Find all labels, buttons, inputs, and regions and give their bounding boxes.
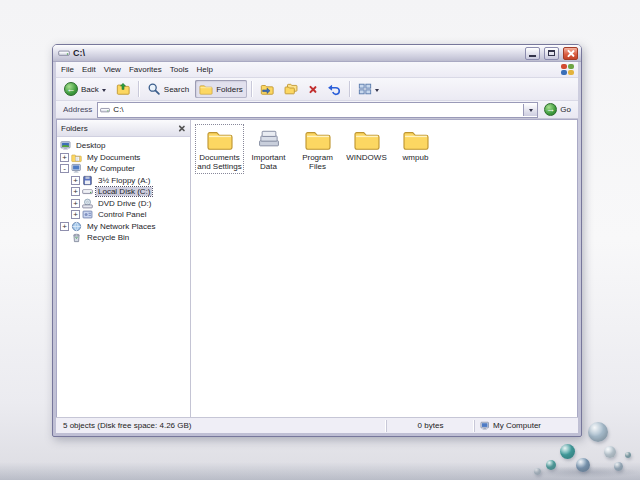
tree-item-my-computer[interactable]: - My Computer — [57, 163, 190, 175]
expand-icon[interactable]: + — [71, 187, 80, 196]
up-button[interactable] — [112, 80, 134, 98]
my-computer-icon — [480, 421, 490, 431]
go-button[interactable]: Go — [538, 103, 574, 116]
close-folders-icon[interactable] — [178, 124, 186, 132]
folders-panel-title: Folders — [61, 124, 177, 133]
views-button[interactable] — [354, 80, 383, 98]
explorer-window: C:\ File Edit View Favorites Tools Help … — [52, 44, 582, 437]
expand-icon[interactable]: + — [71, 176, 80, 185]
address-dropdown-button[interactable] — [523, 104, 537, 116]
address-combo — [97, 102, 538, 118]
back-icon — [64, 82, 78, 96]
main-area: Folders Desktop + My Documents - My Comp… — [56, 119, 578, 417]
views-dropdown-icon — [375, 89, 379, 94]
folders-label: Folders — [216, 85, 243, 94]
search-button[interactable]: Search — [143, 80, 193, 98]
close-button[interactable] — [563, 47, 578, 60]
file-label: WINDOWS — [345, 153, 387, 162]
tree-item-desktop[interactable]: Desktop — [57, 140, 190, 152]
file-item-important-data[interactable]: Important Data — [245, 125, 292, 173]
back-dropdown-icon[interactable] — [102, 89, 106, 94]
floppy-icon — [82, 175, 93, 186]
decor-bubble — [588, 422, 608, 442]
tree-item-dvd-drive-d[interactable]: + DVD Drive (D:) — [57, 198, 190, 210]
tree-item-my-network-places[interactable]: + My Network Places — [57, 221, 190, 233]
tree-item-control-panel[interactable]: + Control Panel — [57, 209, 190, 221]
title-bar[interactable]: C:\ — [53, 45, 581, 62]
delete-button[interactable] — [304, 80, 321, 98]
minimize-button[interactable] — [525, 47, 540, 60]
folder-icon — [304, 127, 332, 151]
data-stack-icon — [255, 127, 283, 151]
tree-item-label: My Computer — [85, 164, 137, 173]
folders-button[interactable]: Folders — [195, 80, 247, 98]
status-size: 0 bytes — [386, 420, 474, 432]
undo-button[interactable] — [323, 80, 345, 98]
copy-to-button[interactable] — [280, 80, 302, 98]
file-item-documents-and-settings[interactable]: Documents and Settings — [196, 125, 243, 173]
delete-icon — [308, 85, 317, 94]
windows-logo-icon — [561, 64, 574, 75]
status-bar: 5 objects (Disk free space: 4.26 GB) 0 b… — [56, 417, 578, 433]
search-label: Search — [164, 85, 189, 94]
file-label: Important Data — [245, 153, 292, 171]
menu-edit[interactable]: Edit — [78, 63, 100, 76]
maximize-button[interactable] — [544, 47, 559, 60]
decor-bubble — [560, 444, 575, 459]
file-item-program-files[interactable]: Program Files — [294, 125, 341, 173]
folder-tree: Desktop + My Documents - My Computer + 3… — [57, 137, 190, 417]
desktop-icon — [60, 140, 71, 151]
expand-icon[interactable]: + — [60, 222, 69, 231]
dvd-drive-icon — [82, 198, 93, 209]
expand-icon[interactable]: + — [71, 199, 80, 208]
maximize-icon — [548, 50, 555, 56]
chevron-down-icon — [529, 109, 533, 114]
drive-icon — [100, 105, 110, 115]
tree-item-label: My Documents — [85, 153, 142, 162]
toolbar-separator — [349, 81, 350, 97]
expand-icon[interactable]: + — [71, 210, 80, 219]
file-label: Documents and Settings — [196, 153, 243, 171]
up-folder-icon — [116, 82, 130, 96]
file-list[interactable]: Documents and Settings Important Data Pr… — [191, 120, 577, 417]
window-title: C:\ — [73, 48, 521, 58]
folders-panel-header: Folders — [57, 120, 190, 137]
menu-tools[interactable]: Tools — [166, 63, 193, 76]
folder-icon — [206, 127, 234, 151]
file-label: wmpub — [402, 153, 430, 162]
address-bar: Address Go — [56, 101, 578, 119]
menu-favorites[interactable]: Favorites — [125, 63, 166, 76]
menu-file[interactable]: File — [57, 63, 78, 76]
move-to-button[interactable] — [256, 80, 278, 98]
tree-item-my-documents[interactable]: + My Documents — [57, 152, 190, 164]
file-item-windows[interactable]: WINDOWS — [343, 125, 390, 173]
tree-item-label: Control Panel — [96, 210, 148, 219]
menu-help[interactable]: Help — [192, 63, 216, 76]
file-label: Program Files — [294, 153, 341, 171]
move-to-icon — [260, 82, 274, 96]
status-objects: 5 objects (Disk free space: 4.26 GB) — [58, 420, 386, 432]
recycle-bin-icon — [71, 232, 82, 243]
go-icon — [544, 103, 557, 116]
menu-view[interactable]: View — [100, 63, 125, 76]
address-input[interactable] — [113, 104, 523, 116]
expand-icon[interactable]: + — [60, 153, 69, 162]
back-label: Back — [81, 85, 99, 94]
menu-bar: File Edit View Favorites Tools Help — [56, 62, 578, 78]
close-icon — [566, 49, 575, 58]
views-icon — [358, 82, 372, 96]
tree-item-floppy-a[interactable]: + 3½ Floppy (A:) — [57, 175, 190, 187]
tree-item-local-disk-c[interactable]: + Local Disk (C:) — [57, 186, 190, 198]
documents-folder-icon — [71, 152, 82, 163]
minimize-icon — [529, 55, 536, 57]
tree-item-recycle-bin[interactable]: Recycle Bin — [57, 232, 190, 244]
address-label: Address — [58, 105, 97, 114]
tree-item-label: 3½ Floppy (A:) — [96, 176, 152, 185]
network-icon — [71, 221, 82, 232]
folder-icon — [353, 127, 381, 151]
back-button[interactable]: Back — [60, 80, 110, 98]
toolbar-separator — [138, 81, 139, 97]
collapse-icon[interactable]: - — [60, 164, 69, 173]
hard-drive-icon — [82, 186, 93, 197]
file-item-wmpub[interactable]: wmpub — [392, 125, 439, 173]
